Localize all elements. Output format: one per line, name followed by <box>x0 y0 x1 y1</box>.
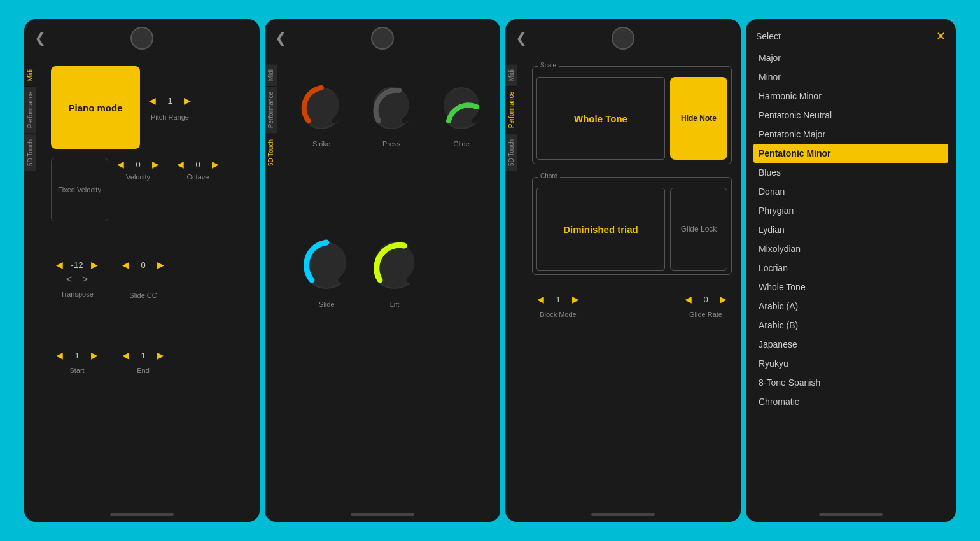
slide-cc-label: Slide CC <box>129 292 157 299</box>
select-item-mixolydian[interactable]: Mixolydian <box>753 239 948 258</box>
tab-midi-1[interactable]: Midi <box>24 64 36 86</box>
select-item-japanese[interactable]: Japanese <box>753 335 948 354</box>
end-value: 1 <box>137 351 150 360</box>
panel1-chevron-left[interactable]: ❮ <box>34 30 46 46</box>
panel3-chevron-right: ❯ <box>719 30 731 46</box>
transpose-right[interactable]: ▶ <box>88 258 101 271</box>
velocity-right[interactable]: ▶ <box>150 158 162 171</box>
scale-value-box[interactable]: Whole Tone <box>536 77 665 160</box>
tab-midi-2[interactable]: Midi <box>265 64 277 86</box>
end-left[interactable]: ◀ <box>120 349 132 362</box>
chord-value-box[interactable]: Diminished triad <box>536 188 665 270</box>
tab-5dtouch-2[interactable]: 5D Touch <box>265 134 277 171</box>
panel2-camera <box>371 27 394 50</box>
glide-label: Glide <box>453 140 470 148</box>
tab-5dtouch-1[interactable]: 5D Touch <box>24 134 36 171</box>
panel2-bottom-bar <box>351 513 414 516</box>
panel3-bottom-bar <box>591 513 655 516</box>
tab-midi-3[interactable]: Midi <box>505 64 517 86</box>
select-header: Select ✕ <box>746 19 956 48</box>
select-item-whole-tone[interactable]: Whole Tone <box>753 278 948 297</box>
panel3-camera <box>612 27 634 50</box>
pitch-range-label: Pitch Range <box>151 113 189 121</box>
select-item-pentatonic-neutral[interactable]: Pentatonic Neutral <box>753 106 948 125</box>
start-value: 1 <box>71 351 83 360</box>
select-item-harmonic-minor[interactable]: Harmonic Minor <box>753 87 948 106</box>
select-item-8-tone-spanish[interactable]: 8-Tone Spanish <box>753 373 948 392</box>
glide-rate-value: 0 <box>699 295 712 304</box>
piano-mode-btn[interactable]: Piano mode <box>51 66 140 149</box>
select-item-arabic-(a)[interactable]: Arabic (A) <box>753 297 948 316</box>
select-item-chromatic[interactable]: Chromatic <box>753 392 948 411</box>
select-item-lydian[interactable]: Lydian <box>753 220 948 239</box>
start-left[interactable]: ◀ <box>53 349 66 362</box>
press-knob-container: Press <box>366 83 417 148</box>
select-item-arabic-(b)[interactable]: Arabic (B) <box>753 316 948 335</box>
glide-knob[interactable] <box>436 83 487 134</box>
end-right[interactable]: ▶ <box>155 349 167 362</box>
transpose-value: -12 <box>71 260 83 270</box>
block-mode-right[interactable]: ▶ <box>570 293 582 306</box>
select-item-ryukyu[interactable]: Ryukyu <box>753 354 948 373</box>
transpose-greater[interactable]: > <box>82 274 88 285</box>
transpose-less[interactable]: < <box>66 274 72 285</box>
fixed-velocity-box: Fixed Velocity <box>51 158 108 221</box>
glide-knob-container: Glide <box>436 83 487 148</box>
press-knob[interactable] <box>366 83 417 134</box>
slide-knob[interactable] <box>298 237 355 294</box>
chord-value: Diminished triad <box>563 224 638 235</box>
glide-rate-left[interactable]: ◀ <box>682 293 694 306</box>
slide-label: Slide <box>319 300 334 308</box>
tab-performance-3[interactable]: Performance <box>505 86 517 133</box>
panel2-chevron-right: ❯ <box>479 30 490 46</box>
glide-lock-btn[interactable]: Glide Lock <box>670 188 727 270</box>
select-item-dorian[interactable]: Dorian <box>753 182 948 201</box>
select-item-blues[interactable]: Blues <box>753 163 948 182</box>
select-item-locrian[interactable]: Locrian <box>753 258 948 278</box>
pitch-range-right[interactable]: ▶ <box>181 94 193 107</box>
transpose-label: Transpose <box>60 290 94 298</box>
close-btn[interactable]: ✕ <box>936 29 946 43</box>
strike-knob[interactable] <box>296 83 347 134</box>
block-mode-left[interactable]: ◀ <box>535 293 547 306</box>
octave-right[interactable]: ▶ <box>209 158 221 171</box>
select-item-minor[interactable]: Minor <box>753 67 948 87</box>
hide-note-btn[interactable]: Hide Note <box>670 77 727 160</box>
select-item-major[interactable]: Major <box>753 48 948 67</box>
octave-value: 0 <box>192 160 204 169</box>
select-list: MajorMinorHarmonic MinorPentatonic Neutr… <box>746 48 956 411</box>
block-mode-label: Block Mode <box>540 311 576 318</box>
scale-section: Scale Whole Tone Hide Note <box>532 66 732 164</box>
octave-label: Octave <box>187 173 209 181</box>
slide-cc-left[interactable]: ◀ <box>120 258 132 271</box>
scale-value: Whole Tone <box>574 113 627 124</box>
velocity-left[interactable]: ◀ <box>115 158 127 171</box>
press-label: Press <box>382 140 400 148</box>
select-item-pentatonic-minor[interactable]: Pentatonic Minor <box>753 144 948 163</box>
octave-left[interactable]: ◀ <box>174 158 186 171</box>
end-label: End <box>137 367 150 374</box>
select-title: Select <box>756 31 781 41</box>
panel1-bottom-bar <box>110 513 174 516</box>
panel2-chevron-left[interactable]: ❮ <box>275 30 286 46</box>
slide-knob-container: Slide <box>298 237 355 308</box>
tab-5dtouch-3[interactable]: 5D Touch <box>505 134 517 171</box>
panel-5dtouch: ❮ ❯ Midi Performance 5D Touch Strike <box>265 19 500 522</box>
strike-label: Strike <box>312 140 330 148</box>
glide-rate-label: Glide Rate <box>689 311 722 318</box>
panel1-chevron-right: ❯ <box>238 30 249 46</box>
lift-label: Lift <box>390 300 400 308</box>
slide-cc-right[interactable]: ▶ <box>155 258 167 271</box>
tab-performance-1[interactable]: Performance <box>24 86 36 133</box>
lift-knob[interactable] <box>366 237 423 294</box>
glide-lock-label: Glide Lock <box>681 225 717 234</box>
start-label: Start <box>69 367 84 374</box>
tab-performance-2[interactable]: Performance <box>265 86 277 133</box>
select-item-phrygian[interactable]: Phrygian <box>753 201 948 220</box>
pitch-range-left[interactable]: ◀ <box>146 94 158 107</box>
start-right[interactable]: ▶ <box>88 349 101 362</box>
select-item-pentatonic-major[interactable]: Pentatonic Major <box>753 125 948 144</box>
transpose-left[interactable]: ◀ <box>53 258 66 271</box>
panel3-chevron-left[interactable]: ❮ <box>515 30 527 46</box>
glide-rate-right[interactable]: ▶ <box>717 293 729 306</box>
